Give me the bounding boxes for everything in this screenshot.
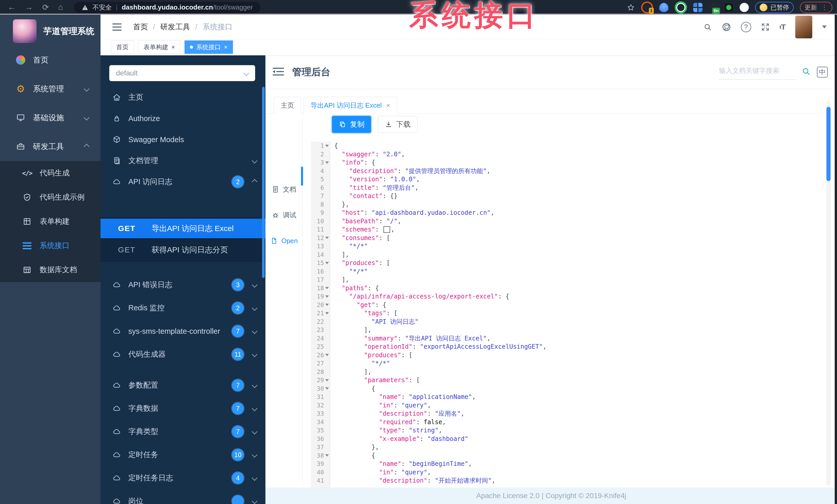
sidebar-item-home[interactable]: 首页	[0, 45, 101, 74]
doc-search-icon[interactable]	[801, 67, 811, 76]
json-editor[interactable]: 1234567891011121314151617181920212223242…	[311, 142, 820, 487]
language-switch-icon[interactable]: 中	[817, 67, 828, 77]
tags-view-tab[interactable]: 表单构建×	[138, 40, 180, 54]
fullscreen-icon[interactable]	[761, 23, 770, 32]
reload-icon[interactable]: ⟳	[42, 3, 49, 12]
api-group-item[interactable]: Redis 监控2	[101, 296, 265, 320]
fold-caret-icon[interactable]	[325, 354, 329, 356]
api-menu-item-authorize[interactable]: Authorize	[101, 108, 265, 129]
copy-button[interactable]: 复制	[332, 116, 371, 133]
line-number: 12	[317, 235, 324, 241]
extension-icon[interactable]: 1	[641, 2, 653, 13]
browser-menu-icon[interactable]: ⋮	[821, 3, 828, 11]
code-line: "host": "api-dashboard.yudao.iocoder.cn"…	[330, 209, 820, 217]
api-group-item[interactable]: 字典数据7	[101, 397, 265, 420]
update-button[interactable]: 更新⋮	[800, 2, 832, 13]
fold-caret-icon[interactable]	[325, 387, 329, 390]
user-avatar[interactable]	[795, 16, 812, 38]
content-tab[interactable]: 导出API 访问日志 Excel×	[304, 97, 397, 114]
extension-icon[interactable]	[740, 3, 749, 12]
fold-caret-icon[interactable]	[325, 237, 329, 239]
api-group-item[interactable]: 字典类型7	[101, 420, 265, 443]
extension-icon[interactable]	[675, 1, 687, 14]
extension-icon[interactable]: 6n	[709, 3, 718, 12]
tags-view-tab[interactable]: 系统接口×	[184, 40, 233, 54]
avatar-caret-icon[interactable]	[822, 25, 827, 28]
back-icon[interactable]: ←	[8, 3, 16, 12]
content-tab[interactable]: 主页	[274, 97, 301, 114]
profile-paused-pill[interactable]: 已暂停	[755, 2, 794, 13]
fold-caret-icon[interactable]	[325, 145, 329, 147]
tag-label: 首页	[116, 43, 129, 51]
content-header: 管理后台 输入文档关键字搜索 中	[265, 55, 837, 89]
api-operation[interactable]: GET获得API 访问日志分页	[101, 240, 265, 259]
gutter-line: 7	[311, 192, 330, 200]
code-line: "description": "提供管理员管理的所有功能",	[330, 167, 820, 175]
address-bar[interactable]: 不安全 | dashboard.yudao.iocoder.cn/tool/sw…	[74, 2, 261, 13]
tags-view-tab[interactable]: 首页	[111, 40, 134, 54]
fold-caret-icon[interactable]	[325, 295, 329, 298]
close-icon[interactable]: ×	[224, 44, 228, 50]
api-group-item[interactable]: 定时任务10	[101, 443, 265, 466]
navbar-icons: ? tT	[703, 16, 827, 38]
doc-menu-doc[interactable]: 文档	[265, 176, 302, 202]
search-icon[interactable]	[703, 23, 712, 32]
close-icon[interactable]: ×	[171, 44, 175, 50]
extension-icon[interactable]	[724, 3, 733, 12]
doc-menu-label: 文档	[283, 185, 296, 194]
gutter-line: 26	[311, 351, 330, 359]
fold-caret-icon[interactable]	[325, 454, 329, 456]
extension-icon[interactable]	[659, 3, 669, 12]
forward-icon[interactable]: →	[25, 3, 33, 12]
sidebar-item-system-mgmt[interactable]: ⚙系统管理	[0, 74, 101, 103]
sidebar-item-db-doc[interactable]: 数据库文档	[0, 258, 101, 282]
sidebar-item-dev-tools[interactable]: 研发工具	[0, 132, 101, 161]
breadcrumb-item[interactable]: 研发工具	[160, 22, 190, 32]
bookmark-star-icon[interactable]	[627, 3, 635, 12]
fold-caret-icon[interactable]	[325, 304, 329, 306]
sidebar-item-code-gen[interactable]: </>代码生成	[0, 161, 101, 185]
fold-caret-icon[interactable]	[325, 262, 329, 264]
app-logo-block[interactable]: 芋道管理系统	[0, 15, 101, 45]
api-menu-item-main[interactable]: 主页	[101, 87, 265, 108]
api-operation[interactable]: GET导出API 访问日志 Excel	[101, 219, 265, 238]
panel-scrollbar-thumb[interactable]	[262, 87, 265, 278]
api-menu-item-swagger-models[interactable]: Swagger Models	[101, 129, 265, 150]
content-scrollbar-thumb[interactable]	[826, 107, 831, 181]
api-menu-item-doc-mgmt[interactable]: 文档管理	[101, 150, 265, 171]
download-button[interactable]: 下载	[378, 116, 417, 133]
menu-fold-icon[interactable]	[273, 68, 284, 75]
api-group-item[interactable]: API 错误日志3	[101, 273, 265, 296]
sidebar-item-infrastructure[interactable]: 基础设施	[0, 103, 101, 132]
api-menu-item-api-access-log[interactable]: API 访问日志2	[101, 171, 265, 192]
collapsed-array-icon[interactable]	[384, 226, 390, 233]
breadcrumb-item[interactable]: 首页	[133, 22, 148, 32]
hamburger-icon[interactable]	[112, 23, 122, 31]
sidebar-item-form-build[interactable]: 表单构建	[0, 209, 101, 234]
sidebar-item-code-gen-demo[interactable]: 代码生成示例	[0, 185, 101, 209]
line-number: 2	[320, 151, 324, 157]
font-size-icon[interactable]: tT	[780, 23, 785, 32]
fold-caret-icon[interactable]	[325, 287, 329, 289]
api-group-item[interactable]: 参数配置7	[101, 374, 265, 397]
close-icon[interactable]: ×	[386, 101, 390, 109]
github-icon[interactable]	[722, 22, 731, 32]
api-group-select[interactable]: default	[109, 65, 255, 81]
api-group-item[interactable]: sys-sms-template-controller7	[101, 320, 265, 343]
api-group-item[interactable]: 代码生成器11	[101, 343, 265, 366]
home-icon[interactable]: ⌂	[58, 3, 63, 12]
watermark-annotation: 系统接口	[409, 0, 539, 35]
doc-menu-debug[interactable]: 调试	[265, 202, 302, 228]
api-group-item[interactable]: 岗位	[101, 490, 265, 504]
fold-caret-icon[interactable]	[325, 312, 329, 315]
content-scrollbar-track[interactable]	[826, 100, 831, 485]
chevron-down-icon	[252, 406, 258, 412]
extension-icon[interactable]	[693, 3, 702, 12]
sidebar-item-system-api[interactable]: 系统接口	[0, 234, 101, 258]
api-group-item[interactable]: 定时任务日志4	[101, 466, 265, 490]
fold-caret-icon[interactable]	[325, 379, 329, 381]
doc-menu-open[interactable]: Open	[265, 228, 302, 254]
help-icon[interactable]: ?	[741, 22, 751, 32]
doc-search-input[interactable]: 输入文档关键字搜索	[719, 66, 796, 80]
fold-caret-icon[interactable]	[325, 162, 329, 164]
